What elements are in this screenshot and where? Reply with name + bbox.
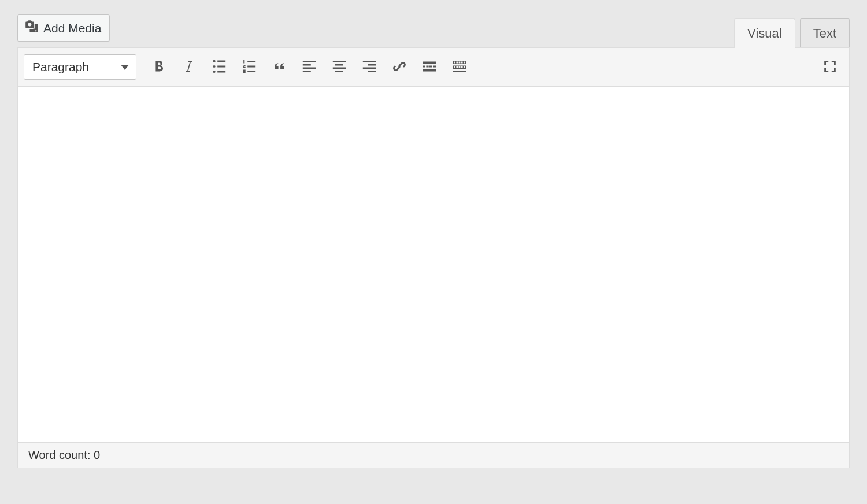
align-center-icon xyxy=(331,58,347,76)
blockquote-button[interactable] xyxy=(266,54,292,80)
read-more-button[interactable] xyxy=(416,54,443,80)
read-more-icon xyxy=(421,58,438,76)
media-icon xyxy=(25,20,39,36)
italic-icon xyxy=(181,58,197,76)
align-left-button[interactable] xyxy=(296,54,323,80)
align-left-icon xyxy=(301,58,317,76)
bullet-list-button[interactable] xyxy=(206,54,232,80)
fullscreen-icon xyxy=(822,58,838,76)
tab-visual-label: Visual xyxy=(747,26,782,40)
insert-link-button[interactable] xyxy=(386,54,413,80)
toolbar-toggle-button[interactable] xyxy=(446,54,473,80)
toolbar-toggle-icon xyxy=(451,58,468,76)
italic-button[interactable] xyxy=(176,54,202,80)
tab-text-label: Text xyxy=(813,26,836,40)
numbered-list-button[interactable] xyxy=(236,54,262,80)
add-media-button[interactable]: Add Media xyxy=(17,14,110,42)
editor-wrapper: Add Media Visual Text Paragraph xyxy=(17,14,850,468)
align-right-button[interactable] xyxy=(356,54,383,80)
word-count-label: Word count: xyxy=(28,449,94,461)
tab-text[interactable]: Text xyxy=(800,18,850,48)
chevron-down-icon xyxy=(121,65,129,70)
bold-button[interactable] xyxy=(146,54,172,80)
align-center-button[interactable] xyxy=(326,54,353,80)
add-media-label: Add Media xyxy=(43,21,101,35)
link-icon xyxy=(391,58,407,76)
bold-icon xyxy=(151,58,167,76)
format-dropdown[interactable]: Paragraph xyxy=(24,54,136,80)
blockquote-icon xyxy=(271,58,287,76)
align-right-icon xyxy=(361,58,377,76)
editor-container: Paragraph xyxy=(17,47,850,468)
status-bar: Word count: 0 xyxy=(18,442,849,468)
bullet-list-icon xyxy=(211,58,227,76)
editor-toolbar: Paragraph xyxy=(18,48,849,87)
top-row: Add Media Visual Text xyxy=(17,14,850,47)
word-count-value: 0 xyxy=(94,449,100,461)
tab-visual[interactable]: Visual xyxy=(734,18,795,48)
editor-content[interactable] xyxy=(18,87,849,442)
numbered-list-icon xyxy=(241,58,257,76)
format-dropdown-label: Paragraph xyxy=(32,60,89,74)
fullscreen-button[interactable] xyxy=(817,54,843,80)
editor-tabs: Visual Text xyxy=(734,18,850,47)
